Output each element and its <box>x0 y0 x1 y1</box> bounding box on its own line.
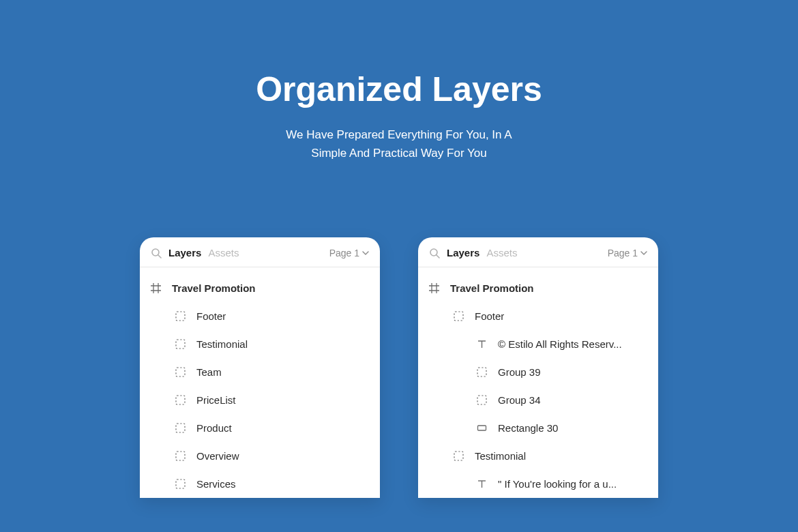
layers-panel-collapsed: Layers Assets Page 1 Travel Promotion Fo… <box>140 237 380 498</box>
layer-row[interactable]: Footer <box>140 302 380 330</box>
layer-row[interactable]: Services <box>140 470 380 498</box>
layer-row[interactable]: PriceList <box>140 386 380 414</box>
group-icon <box>477 367 487 377</box>
layer-row[interactable]: Group 34 <box>418 386 658 414</box>
group-icon <box>454 451 464 461</box>
group-icon <box>175 451 186 461</box>
layer-label: Rectangle 30 <box>498 422 558 434</box>
layer-label: " If You're looking for a u... <box>498 478 617 490</box>
rect-icon <box>477 423 487 433</box>
group-icon <box>175 479 186 489</box>
search-icon[interactable] <box>151 248 162 258</box>
layer-frame-root[interactable]: Travel Promotion <box>140 274 380 302</box>
chevron-down-icon <box>640 250 647 256</box>
group-icon <box>175 311 186 321</box>
layers-panel-expanded: Layers Assets Page 1 Travel Promotion Fo… <box>418 237 658 498</box>
layer-frame-root[interactable]: Travel Promotion <box>418 274 658 302</box>
layer-label: Group 39 <box>498 366 541 378</box>
text-icon <box>477 339 487 349</box>
layer-row[interactable]: " If You're looking for a u... <box>418 470 658 498</box>
group-icon <box>454 311 464 321</box>
layer-row[interactable]: © Estilo All Rights Reserv... <box>418 330 658 358</box>
layer-label: Footer <box>196 310 226 322</box>
layer-label: © Estilo All Rights Reserv... <box>498 338 622 350</box>
group-icon <box>477 395 487 405</box>
layer-row[interactable]: Overview <box>140 442 380 470</box>
tab-assets[interactable]: Assets <box>208 247 239 258</box>
layer-row[interactable]: Team <box>140 358 380 386</box>
page-title: Organized Layers <box>0 70 798 109</box>
text-icon <box>477 479 487 489</box>
layer-label: PriceList <box>196 394 236 406</box>
layer-row[interactable]: Testimonial <box>418 442 658 470</box>
layer-label: Product <box>196 422 232 434</box>
tab-layers[interactable]: Layers <box>168 247 201 258</box>
frame-icon <box>151 283 161 293</box>
tab-assets[interactable]: Assets <box>486 247 517 258</box>
group-icon <box>175 367 186 377</box>
layer-label: Testimonial <box>475 450 526 462</box>
layer-row[interactable]: Testimonial <box>140 330 380 358</box>
tab-layers[interactable]: Layers <box>447 247 479 258</box>
group-icon <box>175 423 186 433</box>
layers-list: Travel Promotion Footer© Estilo All Righ… <box>418 267 658 498</box>
frame-icon <box>429 283 439 293</box>
group-icon <box>175 395 186 405</box>
layer-label: Services <box>196 478 236 490</box>
layer-row[interactable]: Group 39 <box>418 358 658 386</box>
panel-header: Layers Assets Page 1 <box>418 237 658 267</box>
page-selector[interactable]: Page 1 <box>608 248 647 258</box>
page-subtitle: We Have Prepared Everything For You, In … <box>0 125 798 162</box>
layer-label: Travel Promotion <box>450 282 534 294</box>
layer-label: Group 34 <box>498 394 541 406</box>
layer-label: Travel Promotion <box>172 282 256 294</box>
layer-row[interactable]: Product <box>140 414 380 442</box>
layer-row[interactable]: Footer <box>418 302 658 330</box>
chevron-down-icon <box>362 250 369 256</box>
layer-row[interactable]: Rectangle 30 <box>418 414 658 442</box>
group-icon <box>175 339 186 349</box>
search-icon[interactable] <box>429 248 440 258</box>
panel-header: Layers Assets Page 1 <box>140 237 380 267</box>
layer-label: Team <box>196 366 222 378</box>
layer-label: Testimonial <box>196 338 248 350</box>
page-selector[interactable]: Page 1 <box>329 248 369 258</box>
layers-list: Travel Promotion FooterTestimonialTeamPr… <box>140 267 380 498</box>
layer-label: Overview <box>196 450 239 462</box>
layer-label: Footer <box>475 310 504 322</box>
